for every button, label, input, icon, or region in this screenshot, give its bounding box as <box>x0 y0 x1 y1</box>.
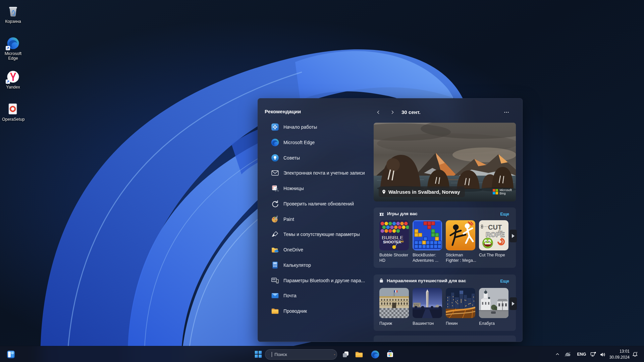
carousel-arrow-icon <box>512 234 515 238</box>
recommendation-item-label: Параметры Bluetooth и другие пара... <box>283 278 365 283</box>
opera-icon <box>6 102 20 116</box>
travel-card-title: Париж <box>379 321 410 326</box>
recommendation-item-label: Почта <box>283 293 297 298</box>
desktop-icon[interactable]: Microsoft Edge <box>2 36 24 61</box>
recommendation-item[interactable]: Почта <box>271 288 378 303</box>
next-day-button[interactable] <box>388 108 397 117</box>
bing-logo: MicrosoftBing <box>493 188 512 195</box>
recycle-bin-icon <box>6 4 20 18</box>
recommendation-item[interactable]: Microsoft Edge <box>271 135 378 150</box>
chess-rooks-icon <box>379 211 384 217</box>
recommendation-item[interactable]: Калькулятор <box>271 257 378 273</box>
svg-text:ROPE: ROPE <box>486 231 505 238</box>
start-button[interactable] <box>252 348 265 361</box>
desktop-icon[interactable]: Корзина <box>2 4 24 24</box>
search-icon <box>269 352 269 357</box>
language-indicator[interactable]: ENG <box>575 350 588 358</box>
recommendation-item[interactable]: Параметры Bluetooth и другие пара... <box>271 273 378 288</box>
game-card-thumbnail[interactable] <box>413 220 442 250</box>
recommendations-title: Рекомендации <box>265 109 301 114</box>
travel-card-thumbnail[interactable] <box>446 288 475 318</box>
onedrive-icon <box>271 245 279 254</box>
recommendation-item[interactable]: Советы <box>271 150 378 166</box>
games-title: Игры для вас <box>387 211 418 216</box>
search-box[interactable] <box>265 349 337 360</box>
edge-button[interactable] <box>368 348 382 361</box>
recommendation-item-label: Темы и сопутствующие параметры <box>283 232 360 237</box>
chevron-left-icon <box>376 110 381 115</box>
travel-card-title: Пекин <box>446 321 477 326</box>
mail-outline-icon <box>271 169 279 177</box>
game-card-title: BlockBuster: Adventures ... <box>413 252 443 263</box>
file-explorer-button[interactable] <box>352 348 366 361</box>
travel-card-title: Елабуга <box>479 321 510 326</box>
search-input[interactable] <box>274 352 334 357</box>
recommendation-item[interactable]: Paint <box>271 212 378 227</box>
bing-caption-pill: Walruses in Svalbard, Norway <box>379 186 465 197</box>
edge-icon <box>271 138 279 147</box>
desktop-icon[interactable]: Yandex <box>2 70 24 89</box>
paint-icon <box>271 215 279 224</box>
svg-text:HD: HD <box>400 240 404 243</box>
desktop-icon-label: Yandex <box>2 85 24 89</box>
recommendation-item-label: Начало работы <box>283 124 317 130</box>
network-volume-button[interactable] <box>589 350 606 358</box>
file-explorer-icon <box>355 350 364 359</box>
recommendation-item[interactable]: Проводник <box>271 303 378 319</box>
clock[interactable]: 13:01 30.09.2024 <box>606 348 630 360</box>
recommendation-item-label: Электронная почта и учетные записи <box>283 170 365 176</box>
get-started-icon <box>271 123 279 131</box>
bell-dnd-icon: z <box>632 351 639 358</box>
shortcut-arrow-icon <box>6 79 10 84</box>
shortcut-arrow-icon <box>6 46 10 50</box>
game-card-thumbnail[interactable]: CUT the ROPE <box>479 220 508 250</box>
widgets-icon <box>6 350 15 359</box>
travel-next-button[interactable] <box>509 297 517 310</box>
recommendation-item[interactable]: Ножницы <box>271 181 378 196</box>
travel-more-link[interactable]: Еще <box>500 279 509 284</box>
language-label: ENG <box>577 352 586 357</box>
taskbar: ENG 13:01 30.09.2024 z <box>0 346 644 362</box>
prev-day-button[interactable] <box>374 108 383 117</box>
games-more-link[interactable]: Еще <box>500 212 509 217</box>
travel-card-thumbnail[interactable] <box>413 288 442 318</box>
game-card-thumbnail[interactable] <box>446 220 475 250</box>
panel-date: 30 сент. <box>401 109 421 115</box>
store-button[interactable] <box>383 348 397 361</box>
widgets-button[interactable] <box>4 348 17 361</box>
game-card-thumbnail[interactable]: BUBBLE SHOOTER HD <box>379 220 409 250</box>
task-view-button[interactable] <box>339 348 352 361</box>
desktop-icon[interactable]: OperaSetup <box>2 102 24 122</box>
onedrive-tray-button[interactable] <box>563 350 572 358</box>
desktop-icon-label: Microsoft Edge <box>2 51 24 61</box>
widgets-panel: Рекомендации 30 сент. Начало работы Micr… <box>258 98 523 342</box>
store-icon <box>386 350 394 359</box>
themes-icon <box>271 230 279 239</box>
recommendation-item[interactable]: Электронная почта и учетные записи <box>271 165 378 181</box>
svg-text:SHOOTER: SHOOTER <box>383 240 401 244</box>
bing-caption: Walruses in Svalbard, Norway <box>388 189 460 195</box>
chevron-right-icon <box>390 110 395 115</box>
recommendation-item-label: Проверить наличие обновлений <box>283 201 354 206</box>
recommendation-item[interactable]: Темы и сопутствующие параметры <box>271 227 378 242</box>
svg-text:BUBBLE: BUBBLE <box>382 235 404 240</box>
recommendation-item[interactable]: OneDrive <box>271 242 378 257</box>
travel-card-thumbnail[interactable] <box>479 288 508 318</box>
tray-chevron-button[interactable] <box>553 350 561 358</box>
notification-bell-button[interactable]: z <box>631 350 640 358</box>
recommendation-item-label: Ножницы <box>283 186 304 191</box>
windows-start-icon <box>254 350 263 359</box>
luggage-icon <box>379 278 384 284</box>
panel-more-button[interactable] <box>502 108 511 117</box>
games-next-button[interactable] <box>509 230 517 242</box>
travel-card-thumbnail[interactable] <box>379 288 409 318</box>
bing-image-card[interactable]: Walruses in Svalbard, Norway MicrosoftBi… <box>374 123 516 201</box>
clock-time: 13:01 <box>606 348 630 354</box>
network-icon <box>590 351 596 358</box>
snipping-icon <box>271 184 279 193</box>
recommendation-item[interactable]: Начало работы <box>271 119 378 135</box>
devices-icon <box>271 276 279 285</box>
bing-brand-line1: Microsoft <box>499 188 512 192</box>
recommendation-item[interactable]: Проверить наличие обновлений <box>271 196 378 212</box>
location-pin-icon <box>381 189 386 194</box>
